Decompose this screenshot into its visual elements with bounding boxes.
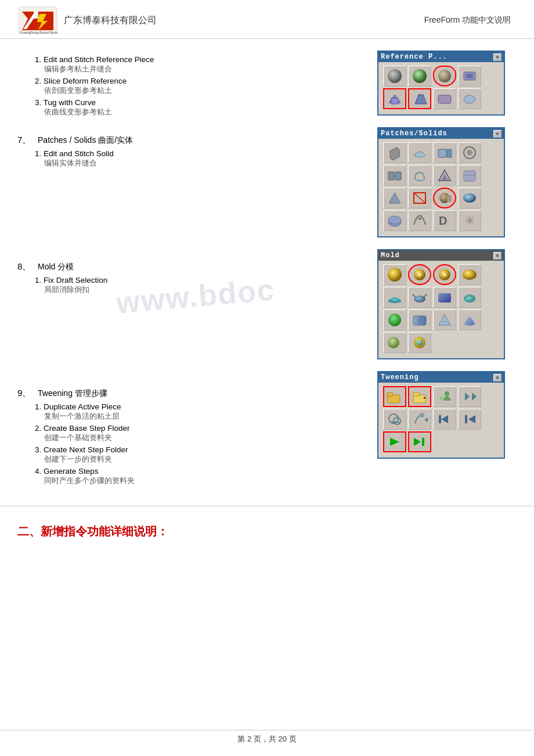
reference-close-button[interactable]: ✕ (493, 53, 501, 61)
svg-point-8 (413, 69, 427, 83)
mold-icon-3[interactable]: + (433, 264, 456, 285)
svg-rect-17 (438, 149, 446, 157)
ref-icon-1[interactable] (383, 66, 406, 87)
ps-icon-8[interactable] (458, 165, 481, 186)
header-left: GuangDong Broad Technology 广东博泰科技有限公司 (17, 6, 157, 35)
mold-icon-2[interactable]: + (408, 264, 431, 285)
patches-solids-titlebar: Patches/Solids ✕ (378, 128, 504, 139)
svg-marker-18 (447, 149, 452, 157)
mold-icon-5[interactable] (383, 287, 406, 308)
list-item: 1. Edit and Stitch Reference Piece 编辑参考粘… (35, 55, 366, 74)
mold-icon-1[interactable] (383, 264, 406, 285)
ps-icon-2[interactable] (408, 142, 431, 163)
list-item: 3. Create Next Step Folder 创建下一步的资料夹 (35, 445, 366, 465)
tw-icon-3[interactable] (433, 386, 456, 407)
ps-icon-9[interactable] (383, 188, 406, 208)
svg-text:D: D (439, 214, 447, 227)
list-item: 1. Edit and Stitch Solid 编辑实体并缝合 (35, 149, 366, 168)
ps-row-3 (383, 188, 499, 208)
svg-marker-61 (472, 393, 477, 401)
tw-icon-2[interactable]: + (408, 386, 431, 407)
ps-icon-3[interactable] (433, 142, 456, 163)
mold-row-2 (383, 287, 499, 308)
svg-point-53 (417, 340, 423, 345)
svg-marker-72 (390, 438, 399, 446)
svg-marker-60 (439, 396, 442, 401)
ref-icon-3[interactable] (433, 66, 456, 87)
tw-icon-7[interactable] (433, 409, 456, 430)
svg-marker-49 (439, 315, 450, 325)
reference-body (378, 62, 504, 114)
mold-row-1: + + (383, 264, 499, 285)
mold-icon-9[interactable] (383, 309, 406, 330)
mold-icon-4[interactable] (458, 264, 481, 285)
ps-icon-6[interactable] (408, 165, 431, 186)
svg-text:+: + (423, 395, 426, 401)
ps-icon-5[interactable] (383, 165, 406, 186)
ps-icon-7[interactable] (433, 165, 456, 186)
ref-icon-5[interactable] (383, 88, 406, 109)
ps-icon-14[interactable] (408, 210, 431, 231)
section-9-list: 1. Duplicate Active Piece 复制一个激活的粘土层 2. … (17, 402, 366, 486)
mold-icon-6[interactable] (408, 287, 431, 308)
ref-icon-2[interactable] (408, 66, 431, 87)
patches-solids-body: D ✳ (378, 139, 504, 236)
svg-point-16 (464, 95, 475, 103)
header-right-text: FreeForm 功能中文说明 (424, 15, 511, 26)
section-9: 9、 Tweening 管理步骤 1. Duplicate Active Pie… (17, 388, 366, 486)
svg-text:+: + (418, 272, 421, 278)
svg-rect-44 (438, 293, 451, 303)
mold-icon-7[interactable] (433, 287, 456, 308)
svg-marker-62 (465, 393, 470, 401)
ps-icon-12[interactable] (458, 188, 481, 208)
mold-icon-11[interactable] (433, 309, 456, 330)
mold-title: Mold (381, 251, 400, 260)
ps-row-2 (383, 165, 499, 186)
section-two: 二、新增指令功能详细说明： (0, 506, 534, 539)
ps-icon-10[interactable] (408, 188, 431, 208)
mold-close-button[interactable]: ✕ (493, 252, 501, 260)
svg-point-20 (467, 150, 472, 156)
tweening-row-2 (383, 409, 499, 430)
patches-solids-close-button[interactable]: ✕ (493, 130, 501, 138)
patches-solids-panel: Patches/Solids ✕ (377, 127, 505, 237)
svg-text:✳: ✳ (465, 214, 475, 227)
ref-icon-7[interactable] (433, 88, 456, 109)
ps-icon-1[interactable] (383, 142, 406, 163)
ps-icon-11[interactable] (433, 188, 456, 208)
tw-icon-5[interactable] (383, 409, 406, 430)
svg-marker-69 (441, 415, 448, 423)
svg-marker-73 (414, 438, 421, 446)
mold-icon-10[interactable] (408, 309, 431, 330)
tw-icon-1[interactable] (383, 386, 406, 407)
svg-rect-57 (413, 393, 420, 396)
svg-line-29 (414, 193, 425, 203)
tw-icon-6[interactable] (408, 409, 431, 430)
ps-icon-15[interactable]: D (433, 210, 456, 231)
mold-icon-14[interactable] (408, 332, 431, 353)
ref-icon-6[interactable] (408, 88, 431, 109)
svg-rect-74 (422, 438, 424, 446)
mold-icon-13[interactable] (383, 332, 406, 353)
tweening-close-button[interactable]: ✕ (493, 374, 501, 381)
ps-icon-16[interactable]: ✳ (458, 210, 481, 231)
item-en: 3. Tug with Curve (35, 98, 366, 107)
mold-icon-12[interactable] (458, 309, 481, 330)
section-num: 7、 (17, 135, 31, 145)
mold-panel: Mold ✕ + (377, 249, 505, 359)
ps-icon-4[interactable] (458, 142, 481, 163)
tw-icon-8[interactable] (458, 409, 481, 430)
ref-icon-4[interactable] (458, 66, 481, 87)
mold-icon-8[interactable] (458, 287, 481, 308)
list-item: 1. Fix Draft Selection 局部消除倒扣 (35, 276, 366, 295)
svg-point-46 (388, 314, 401, 326)
tw-icon-4[interactable] (458, 386, 481, 407)
svg-rect-15 (438, 95, 451, 103)
ps-icon-13[interactable] (383, 210, 406, 231)
ref-icon-8[interactable] (458, 88, 481, 109)
tw-icon-9[interactable] (383, 431, 406, 452)
svg-point-66 (420, 413, 424, 417)
section-8-list: 1. Fix Draft Selection 局部消除倒扣 (17, 276, 366, 295)
tw-icon-10[interactable] (408, 431, 431, 452)
svg-point-34 (388, 216, 401, 224)
